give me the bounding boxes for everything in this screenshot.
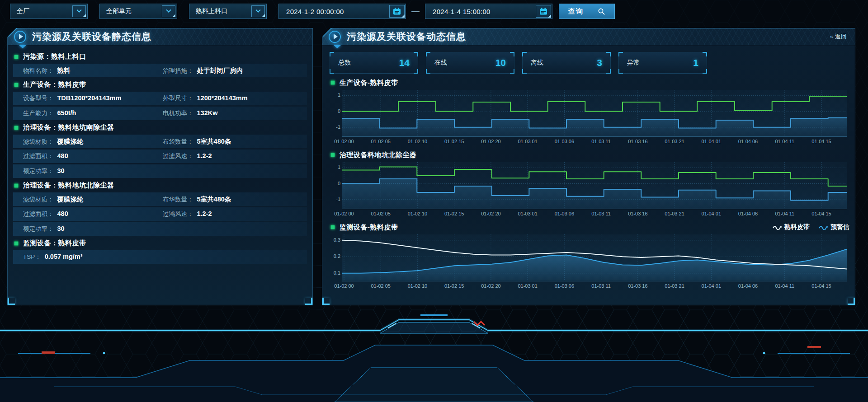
plant-select[interactable]: 全厂 <box>10 4 88 19</box>
static-info-rows: 污染源：熟料上料口物料名称：熟料治理措施：处于封闭厂房内生产设备：熟料皮带设备型… <box>8 45 312 264</box>
info-row: 额定功率：30 <box>13 222 307 236</box>
chart-title: 生产设备-熟料皮带 <box>340 79 398 87</box>
stat-card-4: 异常1 <box>618 52 707 74</box>
y-axis-tick: 0 <box>330 181 340 186</box>
static-info-panel: 污染源及关联设备静态信息 污染源：熟料上料口物料名称：熟料治理措施：处于封闭厂房… <box>7 28 313 305</box>
info-value: 5室共480条 <box>197 195 231 204</box>
x-axis-tick: 01-03 06 <box>550 283 579 289</box>
chart-title-row: 监测设备-熟料皮带熟料皮带预警信 <box>330 222 848 233</box>
corner-accent <box>305 298 312 305</box>
start-date-value: 2024-1-2 00:00:00 <box>286 8 389 15</box>
end-date-picker[interactable]: 2024-1-4 15:00:00 <box>425 4 552 19</box>
unit-select[interactable]: 全部单元 <box>99 4 177 19</box>
green-bullet-icon <box>330 153 335 157</box>
section-title: 监测设备：熟料皮带 <box>23 239 86 248</box>
green-bullet-icon <box>14 183 19 188</box>
chart-title: 治理设备料地坑北除尘器 <box>340 151 417 159</box>
date-range-separator: — <box>409 7 422 16</box>
x-axis-tick: 01-02 00 <box>330 283 359 289</box>
x-axis-tick: 01-02 05 <box>366 139 395 144</box>
chart-canvas <box>342 234 847 281</box>
info-cell: 布华数量：5室共480条 <box>163 195 302 204</box>
x-axis-tick: 01-03 06 <box>550 211 579 216</box>
start-date-picker[interactable]: 2024-1-2 00:00:00 <box>278 4 406 19</box>
info-label: 生产能力： <box>23 109 54 117</box>
stat-card-2: 在线10 <box>426 52 514 74</box>
stat-value: 1 <box>693 57 698 68</box>
x-axis-tick: 01-02 00 <box>330 211 359 216</box>
stat-label: 离线 <box>531 59 543 67</box>
info-cell: 额定功率：30 <box>23 225 163 233</box>
info-label: 布袋数量： <box>163 138 193 146</box>
info-value: 熟料 <box>57 66 71 75</box>
stat-value: 3 <box>597 57 602 68</box>
dynamic-info-panel: 污染源及关联设备动态信息 «返回 总数14在线10离线3异常1 生产设备-熟料皮… <box>322 28 855 305</box>
legend-item[interactable]: 预警信 <box>819 223 849 231</box>
back-link-label: 返回 <box>835 33 847 40</box>
y-axis-tick: 1 <box>330 92 340 98</box>
info-label: 过鸿风速： <box>163 210 193 218</box>
query-button[interactable]: 查询 <box>559 4 615 19</box>
info-value: 0.057 mg/m³ <box>45 253 83 260</box>
info-cell: 外型尺寸：1200*204143mm <box>163 94 302 103</box>
footer-decoration <box>0 310 868 402</box>
unit-select-chevron[interactable] <box>162 5 175 17</box>
start-date-calendar-button[interactable] <box>389 5 405 18</box>
point-select-chevron[interactable] <box>251 5 265 17</box>
end-date-calendar-button[interactable] <box>536 5 551 18</box>
info-label: TSP： <box>23 253 41 261</box>
info-value: 处于封闭厂房内 <box>197 66 243 75</box>
info-row: 滤袋材质：覆膜涤纶布袋数量：5室共480条 <box>13 135 307 148</box>
play-icon <box>14 31 26 43</box>
x-axis-tick: 01-03 06 <box>550 139 579 144</box>
chart-block-1: 生产设备-熟料皮带10-101-02 0001-02 0501-02 1001-… <box>330 77 848 146</box>
x-axis-tick: 01-02 05 <box>366 211 395 216</box>
chart-title: 监测设备-熟料皮带 <box>340 223 398 232</box>
info-cell: 滤袋材质：覆膜涤纶 <box>23 195 163 204</box>
stats-row: 总数14在线10离线3异常1 <box>330 52 855 74</box>
info-label: 滤袋材质： <box>23 196 54 204</box>
info-cell: 电机功率：132Kw <box>163 109 302 117</box>
x-axis-tick: 01-02 00 <box>330 139 359 144</box>
green-bullet-icon <box>14 126 19 130</box>
dynamic-panel-header: 污染源及关联设备动态信息 «返回 <box>322 28 855 45</box>
x-axis-tick: 01-04 11 <box>770 139 799 144</box>
info-row: 生产能力：650t/h电机功率：132Kw <box>13 107 307 120</box>
stat-value: 14 <box>399 57 410 68</box>
x-axis-tick: 01-03 16 <box>623 139 652 144</box>
info-value: 1.2-2 <box>197 152 212 159</box>
plant-select-chevron[interactable] <box>72 5 86 17</box>
info-cell: 生产能力：650t/h <box>23 109 163 117</box>
back-link[interactable]: «返回 <box>830 33 847 41</box>
info-value: 480 <box>57 152 68 159</box>
x-axis-tick: 01-04 06 <box>734 283 763 289</box>
info-label: 滤袋材质： <box>23 138 54 146</box>
legend-label: 熟料皮带 <box>784 223 810 231</box>
section-header: 生产设备：熟料皮带 <box>14 79 307 91</box>
info-row: 物料名称：熟料治理措施：处于封闭厂房内 <box>13 64 307 77</box>
x-axis-tick: 01-03 01 <box>513 211 542 216</box>
calendar-icon <box>539 7 547 15</box>
x-axis-tick: 01-02 20 <box>476 283 505 289</box>
info-row: TSP：0.057 mg/m³ <box>13 250 307 264</box>
x-axis-tick: 01-04 06 <box>734 211 763 216</box>
info-value: 30 <box>57 225 65 232</box>
chart-block-2: 治理设备料地坑北除尘器10-101-02 0001-02 0501-02 100… <box>330 150 848 219</box>
legend-item[interactable]: 熟料皮带 <box>773 223 810 231</box>
stat-label: 总数 <box>338 59 351 67</box>
point-select[interactable]: 熟料上料口 <box>189 4 267 19</box>
info-cell: 治理措施：处于封闭厂房内 <box>163 66 302 75</box>
y-axis-tick: 0.3 <box>330 237 340 243</box>
chart-canvas <box>342 90 847 137</box>
info-value: 5室共480条 <box>197 137 231 146</box>
info-value: TDB1200*204143mm <box>57 94 122 102</box>
info-cell: 布袋数量：5室共480条 <box>163 137 302 146</box>
x-axis-tick: 01-03 01 <box>513 283 542 289</box>
x-axis-tick: 01-02 15 <box>440 283 469 289</box>
chevron-down-icon <box>76 8 81 13</box>
chart-block-3: 监测设备-熟料皮带熟料皮带预警信0.30.20.101-02 0001-02 0… <box>330 222 848 291</box>
main-content: 污染源及关联设备静态信息 污染源：熟料上料口物料名称：熟料治理措施：处于封闭厂房… <box>0 28 868 305</box>
section-header: 治理设备：熟料地坑南除尘器 <box>14 122 307 134</box>
x-axis-tick: 01-02 20 <box>476 211 505 216</box>
y-axis-tick: -1 <box>330 196 340 202</box>
